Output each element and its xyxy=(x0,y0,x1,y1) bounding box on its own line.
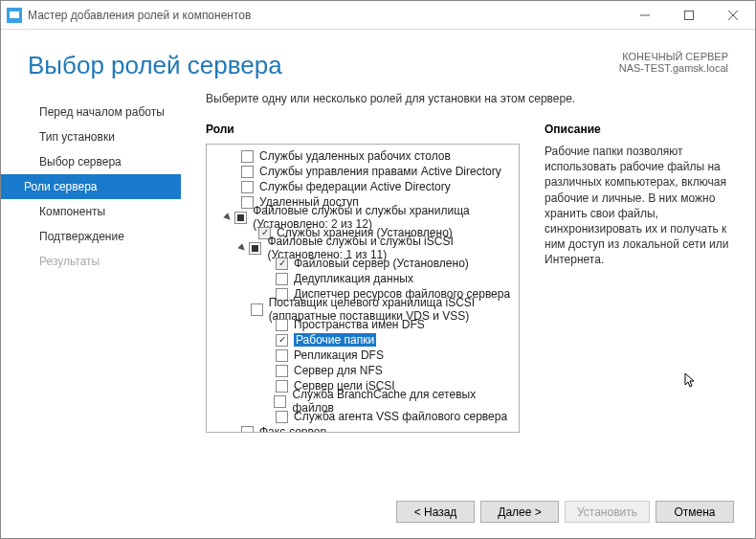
role-item[interactable]: Служба агента VSS файлового сервера xyxy=(207,409,519,424)
role-label[interactable]: Факс-сервер xyxy=(259,425,326,432)
role-checkbox[interactable] xyxy=(276,349,288,362)
role-item[interactable]: Поставщик целевого хранилища iSCSI (аппа… xyxy=(207,302,519,317)
role-label[interactable]: Сервер для NFS xyxy=(294,364,383,377)
dest-value: NAS-TEST.gamsk.local xyxy=(619,62,728,74)
expander-placeholder xyxy=(262,273,274,284)
nav-item[interactable]: Перед началом работы xyxy=(1,100,183,124)
expander-placeholder xyxy=(228,426,239,432)
titlebar: Мастер добавления ролей и компонентов xyxy=(1,1,755,30)
role-checkbox[interactable] xyxy=(234,212,247,224)
role-checkbox[interactable] xyxy=(241,196,254,209)
role-item[interactable]: Служба BranchCache для сетевых файлов xyxy=(207,393,519,409)
expander-placeholder xyxy=(228,181,239,192)
mouse-cursor-icon xyxy=(684,372,698,390)
description-heading: Описание xyxy=(545,123,732,136)
role-label[interactable]: Служба агента VSS файлового сервера xyxy=(294,410,507,423)
role-checkbox[interactable] xyxy=(276,380,288,393)
wizard-nav: Перед началом работыТип установкиВыбор с… xyxy=(1,92,183,471)
role-item[interactable]: Файловые службы и службы iSCSI (Установл… xyxy=(207,240,519,256)
role-label[interactable]: Дедупликация данных xyxy=(294,272,413,285)
roles-listbox[interactable]: Службы удаленных рабочих столовСлужбы уп… xyxy=(206,144,520,433)
expander-placeholder xyxy=(261,395,273,407)
role-checkbox[interactable] xyxy=(241,181,254,193)
nav-item: Результаты xyxy=(1,249,183,274)
minimize-button[interactable] xyxy=(623,1,667,30)
role-checkbox xyxy=(276,258,288,270)
dest-label: КОНЕЧНЫЙ СЕРВЕР xyxy=(619,51,728,62)
role-checkbox[interactable] xyxy=(241,426,254,433)
nav-item[interactable]: Роли сервера xyxy=(1,174,181,199)
header: Выбор ролей сервера КОНЕЧНЫЙ СЕРВЕР NAS-… xyxy=(1,30,755,88)
role-label[interactable]: Службы управления правами Active Directo… xyxy=(259,165,501,178)
role-checkbox[interactable] xyxy=(276,411,288,423)
role-checkbox[interactable] xyxy=(276,319,288,331)
expander-placeholder xyxy=(228,196,239,208)
nav-item[interactable]: Тип установки xyxy=(1,124,183,149)
expander-open-icon[interactable] xyxy=(221,210,235,224)
nav-item[interactable]: Выбор сервера xyxy=(1,149,183,174)
destination-server: КОНЕЧНЫЙ СЕРВЕР NAS-TEST.gamsk.local xyxy=(619,51,728,74)
expander-open-icon[interactable] xyxy=(235,240,250,255)
maximize-button[interactable] xyxy=(667,1,711,30)
expander-placeholder xyxy=(245,227,256,238)
role-item[interactable]: Рабочие папки xyxy=(207,332,519,348)
window-title: Мастер добавления ролей и компонентов xyxy=(28,9,623,22)
role-checkbox[interactable] xyxy=(276,273,288,285)
role-item[interactable]: Службы удаленных рабочих столов xyxy=(207,148,519,164)
wizard-icon xyxy=(7,8,22,23)
close-button[interactable] xyxy=(711,1,755,30)
role-label[interactable]: Рабочие папки xyxy=(294,333,376,347)
role-item[interactable]: Факс-сервер xyxy=(207,424,519,432)
role-checkbox[interactable] xyxy=(274,395,286,408)
expander-placeholder xyxy=(262,334,274,346)
wizard-buttons: < Назад Далее > Установить Отмена xyxy=(396,501,734,523)
expander-placeholder xyxy=(262,258,274,269)
role-checkbox[interactable] xyxy=(241,150,254,163)
role-label[interactable]: Службы федерации Active Directory xyxy=(259,180,451,193)
next-button[interactable]: Далее > xyxy=(480,501,559,523)
role-label[interactable]: Репликация DFS xyxy=(294,348,384,362)
cancel-button[interactable]: Отмена xyxy=(656,501,734,523)
page-title: Выбор ролей сервера xyxy=(28,51,282,80)
expander-placeholder xyxy=(228,166,239,177)
role-item[interactable]: Службы федерации Active Directory xyxy=(207,179,519,194)
role-label[interactable]: Службы удаленных рабочих столов xyxy=(259,149,451,163)
nav-item[interactable]: Компоненты xyxy=(1,199,183,224)
role-checkbox[interactable] xyxy=(241,166,254,178)
role-item[interactable]: Службы управления правами Active Directo… xyxy=(207,164,519,179)
expander-placeholder xyxy=(262,319,274,330)
role-label[interactable]: Пространства имен DFS xyxy=(294,318,425,331)
expander-placeholder xyxy=(262,365,274,376)
roles-heading: Роли xyxy=(206,123,520,136)
expander-placeholder xyxy=(262,411,274,422)
svg-rect-1 xyxy=(685,11,694,19)
role-item[interactable]: Сервер для NFS xyxy=(207,363,519,378)
role-item[interactable]: Репликация DFS xyxy=(207,348,519,363)
description-text: Рабочие папки позволяют использовать раб… xyxy=(545,144,732,268)
role-item[interactable]: Файловые службы и службы хранилища (Уста… xyxy=(207,210,519,225)
role-checkbox[interactable] xyxy=(276,334,288,347)
expander-placeholder xyxy=(262,380,274,392)
role-checkbox[interactable] xyxy=(276,365,288,377)
install-button: Установить xyxy=(565,501,650,523)
role-checkbox[interactable] xyxy=(249,242,261,255)
expander-placeholder xyxy=(241,303,248,315)
role-checkbox[interactable] xyxy=(251,303,263,316)
instruction-text: Выберите одну или несколько ролей для ус… xyxy=(206,92,732,105)
expander-placeholder xyxy=(228,150,239,162)
role-item[interactable]: Дедупликация данных xyxy=(207,271,519,286)
expander-placeholder xyxy=(262,349,274,361)
role-label[interactable]: Файловый сервер (Установлено) xyxy=(294,257,469,270)
nav-item[interactable]: Подтверждение xyxy=(1,224,183,249)
back-button[interactable]: < Назад xyxy=(396,501,475,523)
